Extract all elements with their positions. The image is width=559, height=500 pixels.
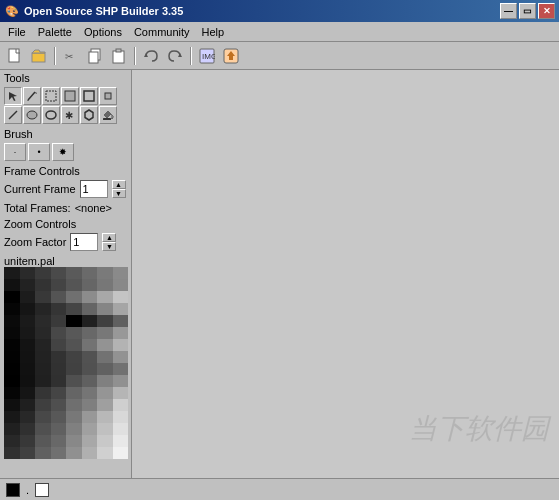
- palette-cell-114[interactable]: [35, 435, 51, 447]
- palette-cell-125[interactable]: [82, 447, 98, 459]
- palette-cell-21[interactable]: [82, 291, 98, 303]
- palette-cell-63[interactable]: [113, 351, 129, 363]
- zoom-factor-spinner[interactable]: ▲ ▼: [102, 233, 116, 251]
- palette-cell-72[interactable]: [4, 375, 20, 387]
- palette-cell-16[interactable]: [4, 291, 20, 303]
- tool-outline-ellipse[interactable]: [42, 106, 60, 124]
- current-frame-input[interactable]: [80, 180, 108, 198]
- palette-cell-70[interactable]: [97, 363, 113, 375]
- export-button[interactable]: [220, 45, 242, 67]
- palette-cell-88[interactable]: [4, 399, 20, 411]
- palette-cell-34[interactable]: [35, 315, 51, 327]
- palette-cell-68[interactable]: [66, 363, 82, 375]
- palette-cell-83[interactable]: [51, 387, 67, 399]
- palette-cell-31[interactable]: [113, 303, 129, 315]
- import-button[interactable]: IMG: [196, 45, 218, 67]
- palette-cell-98[interactable]: [35, 411, 51, 423]
- minimize-button[interactable]: —: [500, 3, 517, 19]
- palette-cell-71[interactable]: [113, 363, 129, 375]
- background-color-box[interactable]: [35, 483, 49, 497]
- palette-cell-101[interactable]: [82, 411, 98, 423]
- palette-cell-110[interactable]: [97, 423, 113, 435]
- palette-cell-22[interactable]: [97, 291, 113, 303]
- palette-cell-121[interactable]: [20, 447, 36, 459]
- tool-outline-rect[interactable]: [80, 87, 98, 105]
- palette-cell-76[interactable]: [66, 375, 82, 387]
- palette-cell-90[interactable]: [35, 399, 51, 411]
- palette-cell-107[interactable]: [51, 423, 67, 435]
- palette-cell-96[interactable]: [4, 411, 20, 423]
- tool-special[interactable]: ✱: [61, 106, 79, 124]
- palette-cell-17[interactable]: [20, 291, 36, 303]
- menu-palette[interactable]: Palette: [32, 22, 78, 42]
- palette-cell-51[interactable]: [51, 339, 67, 351]
- palette-cell-82[interactable]: [35, 387, 51, 399]
- palette-canvas[interactable]: [4, 267, 128, 478]
- brush-large[interactable]: ✸: [52, 143, 74, 161]
- tool-fill-rect[interactable]: [61, 87, 79, 105]
- palette-cell-116[interactable]: [66, 435, 82, 447]
- palette-cell-45[interactable]: [82, 327, 98, 339]
- palette-cell-118[interactable]: [97, 435, 113, 447]
- palette-cell-87[interactable]: [113, 387, 129, 399]
- palette-cell-122[interactable]: [35, 447, 51, 459]
- palette-cell-69[interactable]: [82, 363, 98, 375]
- palette-cell-112[interactable]: [4, 435, 20, 447]
- paste-button[interactable]: [108, 45, 130, 67]
- palette-cell-3[interactable]: [51, 267, 67, 279]
- palette-cell-124[interactable]: [66, 447, 82, 459]
- palette-cell-95[interactable]: [113, 399, 129, 411]
- zoom-factor-input[interactable]: [70, 233, 98, 251]
- tool-pencil[interactable]: [23, 87, 41, 105]
- palette-cell-57[interactable]: [20, 351, 36, 363]
- palette-cell-15[interactable]: [113, 279, 129, 291]
- palette-cell-104[interactable]: [4, 423, 20, 435]
- palette-cell-36[interactable]: [66, 315, 82, 327]
- palette-cell-46[interactable]: [97, 327, 113, 339]
- cut-button[interactable]: ✂: [60, 45, 82, 67]
- palette-cell-39[interactable]: [113, 315, 129, 327]
- palette-cell-119[interactable]: [113, 435, 129, 447]
- palette-cell-33[interactable]: [20, 315, 36, 327]
- palette-cell-113[interactable]: [20, 435, 36, 447]
- palette-cell-40[interactable]: [4, 327, 20, 339]
- menu-community[interactable]: Community: [128, 22, 196, 42]
- palette-cell-37[interactable]: [82, 315, 98, 327]
- palette-cell-28[interactable]: [66, 303, 82, 315]
- brush-medium[interactable]: •: [28, 143, 50, 161]
- palette-cell-48[interactable]: [4, 339, 20, 351]
- restore-button[interactable]: ▭: [519, 3, 536, 19]
- palette-cell-32[interactable]: [4, 315, 20, 327]
- palette-cell-1[interactable]: [20, 267, 36, 279]
- palette-cell-102[interactable]: [97, 411, 113, 423]
- palette-cell-97[interactable]: [20, 411, 36, 423]
- palette-cell-18[interactable]: [35, 291, 51, 303]
- palette-cell-106[interactable]: [35, 423, 51, 435]
- palette-cell-20[interactable]: [66, 291, 82, 303]
- current-frame-down[interactable]: ▼: [112, 189, 126, 198]
- palette-cell-86[interactable]: [97, 387, 113, 399]
- palette-cell-2[interactable]: [35, 267, 51, 279]
- palette-cell-26[interactable]: [35, 303, 51, 315]
- palette-cell-9[interactable]: [20, 279, 36, 291]
- palette-cell-13[interactable]: [82, 279, 98, 291]
- palette-cell-11[interactable]: [51, 279, 67, 291]
- palette-cell-103[interactable]: [113, 411, 129, 423]
- palette-cell-43[interactable]: [51, 327, 67, 339]
- palette-cell-105[interactable]: [20, 423, 36, 435]
- palette-cell-52[interactable]: [66, 339, 82, 351]
- palette-cell-73[interactable]: [20, 375, 36, 387]
- tool-small-sq[interactable]: [99, 87, 117, 105]
- palette-cell-8[interactable]: [4, 279, 20, 291]
- palette-cell-47[interactable]: [113, 327, 129, 339]
- palette-cell-7[interactable]: [113, 267, 129, 279]
- palette-cell-55[interactable]: [113, 339, 129, 351]
- tool-rect-select[interactable]: [42, 87, 60, 105]
- palette-cell-12[interactable]: [66, 279, 82, 291]
- palette-cell-85[interactable]: [82, 387, 98, 399]
- palette-cell-89[interactable]: [20, 399, 36, 411]
- canvas-area[interactable]: 当下软件园: [132, 70, 559, 478]
- palette-cell-127[interactable]: [113, 447, 129, 459]
- palette-cell-29[interactable]: [82, 303, 98, 315]
- menu-help[interactable]: Help: [196, 22, 231, 42]
